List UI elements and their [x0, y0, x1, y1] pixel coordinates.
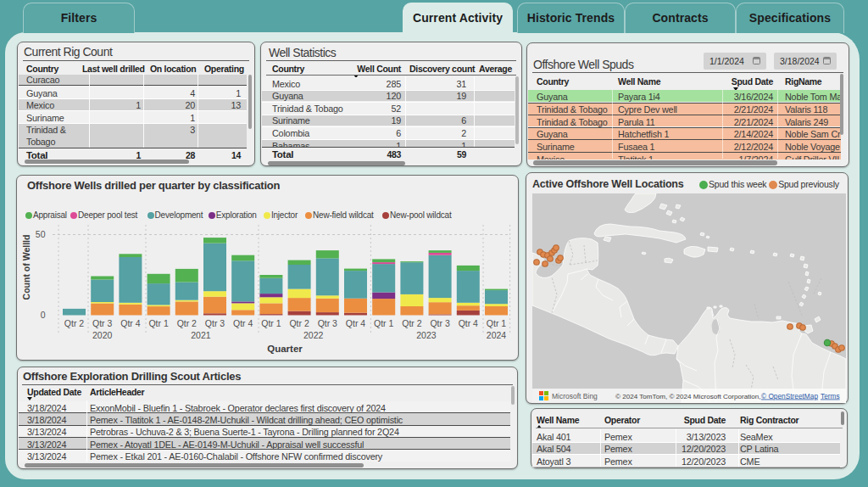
svg-text:Qtr 3: Qtr 3: [318, 318, 337, 328]
svg-text:Qtr 1: Qtr 1: [148, 318, 168, 328]
svg-text:Qtr 1: Qtr 1: [374, 318, 393, 328]
svg-text:Qtr 3: Qtr 3: [205, 318, 225, 328]
svg-text:Qtr 1: Qtr 1: [261, 318, 281, 328]
svg-text:Quarter: Quarter: [267, 344, 303, 354]
svg-text:© 2024 TomTom, © 2024 Microsof: © 2024 TomTom, © 2024 Microsoft Corporat…: [615, 393, 760, 400]
svg-text:Qtr 2: Qtr 2: [289, 318, 309, 328]
svg-text:2021: 2021: [191, 330, 211, 340]
svg-text:2023: 2023: [416, 330, 437, 340]
svg-text:Qtr 2: Qtr 2: [177, 318, 197, 328]
svg-text:Qtr 3: Qtr 3: [92, 318, 112, 328]
svg-text:2022: 2022: [303, 330, 324, 340]
svg-text:50: 50: [36, 229, 46, 239]
svg-text:Terms: Terms: [821, 392, 840, 400]
svg-text:© OpenStreetMap: © OpenStreetMap: [761, 392, 818, 400]
svg-text:Qtr 2: Qtr 2: [64, 318, 84, 328]
svg-text:Qtr 4: Qtr 4: [459, 318, 478, 328]
svg-text:Microsoft Bing: Microsoft Bing: [552, 392, 598, 400]
svg-text:Qtr 4: Qtr 4: [120, 318, 140, 328]
svg-text:2024: 2024: [487, 330, 507, 340]
svg-text:0: 0: [41, 310, 46, 320]
svg-text:Qtr 4: Qtr 4: [346, 318, 365, 328]
svg-text:Qtr 3: Qtr 3: [430, 318, 449, 328]
svg-text:Qtr 4: Qtr 4: [233, 318, 253, 328]
svg-text:Qtr 2: Qtr 2: [402, 318, 421, 328]
svg-text:Qtr 1: Qtr 1: [487, 318, 506, 328]
svg-text:2020: 2020: [92, 330, 113, 340]
svg-text:Count of WellId: Count of WellId: [21, 235, 31, 300]
